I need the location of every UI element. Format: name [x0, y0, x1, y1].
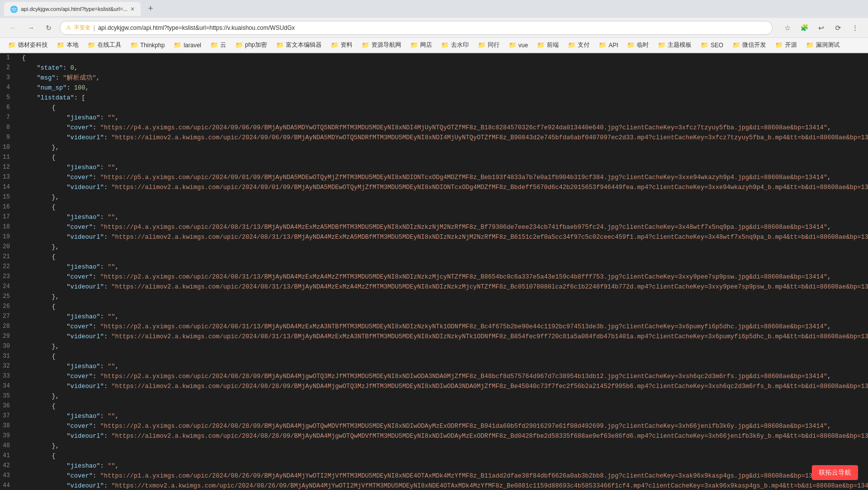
bookmark-label: 本地 — [67, 41, 79, 49]
browser-chrome: 🌐 api.dcykjgw.com/api.html?type=kslist&u… — [0, 0, 868, 53]
bookmark-item[interactable]: 📁去水印 — [437, 39, 473, 51]
bookmark-item[interactable]: 📁在线工具 — [84, 39, 125, 51]
bookmark-item[interactable]: 📁同行 — [474, 39, 504, 51]
bookmark-item[interactable]: 📁本地 — [53, 39, 83, 51]
bookmark-label: 富文本编辑器 — [286, 41, 322, 49]
security-icon: ⚠ — [66, 24, 71, 31]
line-number: 3 — [0, 73, 18, 83]
line-number: 17 — [0, 212, 18, 222]
bookmark-label: 前端 — [547, 41, 559, 49]
bookmark-folder-icon: 📁 — [235, 41, 243, 49]
json-line: 19 "videourl": "https://alimov2.a.kwimgs… — [0, 232, 868, 242]
line-number: 6 — [0, 103, 18, 112]
line-content: "jieshao": "", — [18, 163, 868, 173]
json-line: 43 "cover": "https://p1.a.yximgs.com/upi… — [0, 471, 868, 481]
refresh-icon[interactable]: ⟳ — [831, 21, 845, 35]
bookmark-folder-icon: 📁 — [210, 41, 218, 49]
bookmark-label: vue — [519, 42, 528, 49]
line-content: "cover": "https://p2.a.yximgs.com/upic/2… — [18, 272, 868, 282]
floating-nav-button[interactable]: 联拓云导航 — [812, 465, 858, 480]
json-line: 36 { — [0, 401, 868, 411]
bookmark-folder-icon: 📁 — [537, 41, 545, 49]
security-label: 不安全 — [74, 24, 90, 31]
json-line: 30 }, — [0, 342, 868, 352]
bookmark-item[interactable]: 📁资源导航网 — [357, 39, 405, 51]
json-line: 12 "jieshao": "", — [0, 163, 868, 173]
json-line: 11 { — [0, 153, 868, 163]
json-line: 28 "cover": "https://p2.a.yximgs.com/upi… — [0, 322, 868, 332]
line-number: 40 — [0, 441, 18, 451]
menu-button[interactable]: ⋮ — [848, 21, 862, 35]
line-number: 4 — [0, 83, 18, 93]
bookmark-item[interactable]: 📁微信开发 — [728, 39, 770, 51]
line-content: { — [18, 302, 868, 312]
line-content: { — [18, 53, 868, 63]
url-text: api.dcykjgw.com/api.html?type=kslist&url… — [98, 24, 766, 31]
bookmark-label: Thinkphp — [140, 42, 165, 49]
line-number: 23 — [0, 272, 18, 282]
line-number: 29 — [0, 332, 18, 341]
line-number: 44 — [0, 481, 18, 490]
bookmark-item[interactable]: 📁网店 — [406, 39, 436, 51]
line-content: "cover": "https://p2.a.yximgs.com/upic/2… — [18, 322, 868, 332]
line-content: "videourl": "https://alimov2.a.kwimgs.co… — [18, 232, 868, 242]
browser-controls: ← → ↻ ⚠ 不安全 | api.dcykjgw.com/api.html?t… — [0, 18, 868, 38]
bookmark-item[interactable]: 📁富文本编辑器 — [272, 39, 326, 51]
line-content: "cover": "https://p5.a.yximgs.com/upic/2… — [18, 173, 868, 183]
line-content: "msg": "解析成功", — [18, 73, 868, 83]
json-line: 39 "videourl": "https://alimov2.a.kwimgs… — [0, 431, 868, 441]
json-line: 44 "videourl": "https://txmov2.a.kwimgs.… — [0, 481, 868, 490]
json-line: 35 }, — [0, 392, 868, 401]
line-content: { — [18, 352, 868, 362]
bookmark-item[interactable]: 📁主题模板 — [654, 39, 695, 51]
bookmark-item[interactable]: 📁前端 — [533, 39, 563, 51]
bookmark-label: 开源 — [785, 41, 797, 49]
bookmark-item[interactable]: 📁资料 — [327, 39, 356, 51]
bookmark-item[interactable]: 📁支付 — [564, 39, 594, 51]
bookmark-folder-icon: 📁 — [331, 41, 339, 49]
json-line: 29 "videourl": "https://alimov2.a.kwimgs… — [0, 332, 868, 342]
json-line: 13 "cover": "https://p5.a.yximgs.com/upi… — [0, 173, 868, 183]
line-number: 41 — [0, 451, 18, 461]
bookmark-item[interactable]: 📁laravel — [170, 39, 205, 51]
bookmark-label: 网店 — [420, 41, 432, 49]
line-content: "jieshao": "", — [18, 113, 868, 123]
bookmark-item[interactable]: 📁开源 — [771, 39, 801, 51]
reload-button[interactable]: ↻ — [42, 21, 56, 35]
back-button[interactable]: ← — [6, 21, 20, 35]
bookmark-item[interactable]: 📁德材姿科技 — [4, 39, 52, 51]
bookmark-folder-icon: 📁 — [8, 41, 16, 49]
bookmark-item[interactable]: 📁漏洞测试 — [802, 39, 844, 51]
bookmark-item[interactable]: 📁临时 — [623, 39, 653, 51]
line-content: { — [18, 401, 868, 411]
new-tab-button[interactable]: + — [145, 3, 157, 15]
json-line: 20 }, — [0, 242, 868, 252]
line-content: "cover": "https://p2.a.yximgs.com/upic/2… — [18, 372, 868, 382]
json-line: 31 { — [0, 352, 868, 362]
forward-button[interactable]: → — [24, 21, 38, 35]
bookmark-label: 资源导航网 — [371, 41, 401, 49]
bookmark-label: 在线工具 — [97, 41, 121, 49]
bookmark-folder-icon: 📁 — [441, 41, 449, 49]
bookmark-item[interactable]: 📁php加密 — [231, 39, 271, 51]
json-line: 9 "videourl": "https://alimov2.a.kwimgs.… — [0, 133, 868, 143]
bookmark-button[interactable]: ☆ — [781, 21, 794, 35]
bookmark-item[interactable]: 📁Thinkphp — [126, 39, 169, 51]
bookmark-label: php加密 — [245, 41, 267, 49]
json-line: 40 }, — [0, 441, 868, 451]
line-number: 27 — [0, 312, 18, 321]
line-number: 25 — [0, 292, 18, 301]
bookmark-label: 德材姿科技 — [18, 41, 48, 49]
line-content: "jieshao": "", — [18, 212, 868, 222]
bookmark-item[interactable]: 📁云 — [206, 39, 230, 51]
history-button[interactable]: ↩ — [814, 21, 828, 35]
line-content: }, — [18, 292, 868, 302]
json-line: 10 }, — [0, 143, 868, 153]
address-bar[interactable]: ⚠ 不安全 | api.dcykjgw.com/api.html?type=ks… — [60, 21, 773, 35]
bookmark-item[interactable]: 📁API — [595, 39, 622, 51]
bookmark-item[interactable]: 📁SEO — [696, 39, 727, 51]
tab-close-icon[interactable]: × — [131, 5, 135, 13]
bookmark-folder-icon: 📁 — [361, 41, 369, 49]
bookmark-item[interactable]: 📁vue — [505, 39, 532, 51]
extension-button[interactable]: 🧩 — [797, 21, 811, 35]
